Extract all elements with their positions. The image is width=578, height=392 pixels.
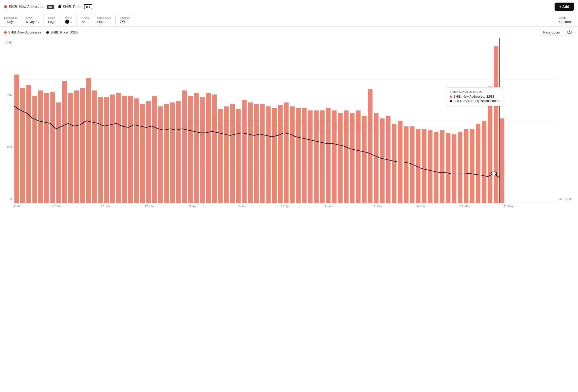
zoom-label: Zoom	[559, 16, 574, 19]
x-label-11: 15. May	[460, 205, 470, 208]
svg-rect-39	[194, 93, 199, 203]
svg-rect-50	[260, 104, 265, 203]
sma-chevron: ⌄	[37, 20, 39, 23]
scale-chevron: ⌄	[55, 20, 57, 23]
yaxis-chevron: ⌄	[86, 20, 88, 23]
metric-badge-2: m2	[84, 4, 92, 9]
x-label-12: 22. May	[503, 205, 513, 208]
toolbar-visibility[interactable]: Visibility	[116, 15, 134, 24]
svg-rect-11	[26, 85, 31, 203]
svg-rect-25	[110, 95, 115, 203]
toolbar-chart-style[interactable]: Chart Style Line ⌄	[93, 15, 116, 25]
svg-rect-56	[296, 108, 301, 203]
reset-zoom-button[interactable]: Reset zoom	[540, 29, 563, 36]
metric-badge-1: m1	[47, 5, 54, 9]
series-dot-1	[4, 5, 7, 8]
series-label-1: SHIB: New Addresses	[9, 5, 44, 9]
sma-label: SMA	[26, 16, 39, 19]
svg-rect-26	[116, 93, 121, 203]
series-item-1[interactable]: SHIB: New Addresses m1	[4, 5, 54, 9]
svg-rect-29	[134, 98, 139, 203]
camera-button[interactable]	[565, 29, 574, 36]
svg-rect-24	[104, 97, 109, 203]
series-list: SHIB: New Addresses m1 SHIB: Price m2	[4, 4, 92, 9]
tooltip-series2-label: SHIB: Price [USD]:	[454, 99, 480, 103]
svg-rect-27	[122, 96, 127, 203]
svg-rect-53	[278, 105, 283, 203]
svg-rect-12	[32, 96, 37, 203]
svg-rect-15	[50, 92, 55, 203]
toolbar-scale[interactable]: Scale Log ⌄	[44, 15, 61, 25]
svg-rect-62	[332, 110, 337, 203]
svg-rect-38	[188, 96, 193, 203]
legend-item-2: SHIB: Price [USD]	[46, 30, 78, 34]
series-dot-2	[58, 5, 61, 8]
svg-rect-46	[236, 109, 241, 203]
series-item-2[interactable]: SHIB: Price m2	[58, 4, 92, 9]
svg-rect-43	[218, 109, 223, 203]
svg-rect-17	[62, 81, 67, 203]
tooltip-dot-1	[450, 96, 452, 98]
resolution-value: 1 Day ⌄	[4, 20, 18, 24]
svg-rect-58	[308, 110, 313, 203]
svg-rect-52	[272, 108, 277, 203]
tooltip-series1-value: 2,538	[486, 95, 494, 98]
svg-rect-33	[158, 106, 163, 203]
svg-rect-64	[344, 110, 348, 203]
svg-rect-86	[476, 124, 480, 203]
svg-rect-42	[212, 95, 217, 203]
svg-rect-59	[314, 110, 319, 203]
zoom-value: Custom ⌄	[559, 20, 574, 24]
y-label-800: 800	[7, 145, 12, 148]
tooltip-date: Friday, May 26 2023 UTC	[450, 90, 499, 93]
svg-rect-61	[326, 108, 331, 203]
chart-legend: SHIB: New Addresses SHIB: Price [USD]	[4, 30, 78, 34]
color-chevron: ⌄	[70, 20, 72, 23]
color-label: Color	[65, 16, 72, 19]
svg-rect-36	[176, 101, 181, 203]
scale-value: Log ⌄	[48, 20, 57, 24]
legend-item-1: SHIB: New Addresses	[4, 30, 41, 34]
legend-dot-1	[4, 31, 7, 34]
svg-rect-13	[38, 90, 43, 203]
svg-rect-57	[302, 108, 307, 203]
toolbar-resolution[interactable]: Resolution 1 Day ⌄	[0, 15, 22, 25]
visibility-icon	[120, 20, 130, 23]
x-label-2: 13. Mar	[52, 205, 62, 208]
chart-legend-bar: SHIB: New Addresses SHIB: Price [USD] Re…	[0, 27, 578, 38]
svg-rect-45	[230, 104, 235, 203]
svg-rect-37	[182, 90, 187, 203]
svg-rect-82	[452, 134, 456, 203]
tooltip-row-1: SHIB: New Addresses: 2,538	[450, 95, 499, 98]
toolbar-color[interactable]: Color ⌄	[61, 15, 77, 25]
chart-style-label: Chart Style	[97, 16, 111, 19]
svg-rect-10	[20, 88, 25, 203]
svg-rect-54	[284, 103, 289, 203]
toolbar-yaxis[interactable]: Y Axis Y2 ⌄	[77, 15, 93, 25]
svg-rect-32	[152, 96, 157, 203]
yaxis-value: Y2 ⌄	[81, 20, 89, 24]
add-button[interactable]: + Add	[555, 3, 574, 11]
x-label-8: 24. Apr	[325, 205, 334, 208]
legend-dot-2	[46, 31, 49, 34]
svg-rect-22	[92, 90, 97, 203]
x-label-5: 3. Apr	[189, 205, 197, 208]
svg-rect-81	[446, 133, 450, 203]
svg-rect-67	[362, 116, 367, 203]
toolbar-sma[interactable]: SMA 0 Days ⌄	[22, 15, 44, 25]
toolbar: Resolution 1 Day ⌄ SMA 0 Days ⌄ Scale Lo…	[0, 13, 578, 27]
svg-rect-63	[338, 113, 343, 203]
svg-rect-23	[98, 97, 103, 203]
svg-rect-41	[206, 93, 211, 203]
svg-rect-65	[350, 113, 355, 203]
tooltip-series2-value: $0.00000856	[481, 99, 499, 103]
svg-point-1	[122, 21, 123, 22]
header-bar: SHIB: New Addresses m1 SHIB: Price m2 + …	[0, 0, 578, 13]
price-cursor-dot	[491, 172, 496, 175]
yaxis-label: Y Axis	[81, 16, 89, 19]
tooltip-box: Friday, May 26 2023 UTC SHIB: New Addres…	[446, 87, 503, 106]
chart-container: 2.4K 1.6K 800 0 glassnode	[0, 38, 578, 214]
toolbar-zoom[interactable]: Zoom Custom ⌄	[555, 15, 578, 25]
sma-value: 0 Days ⌄	[26, 20, 39, 24]
svg-rect-47	[242, 100, 247, 203]
